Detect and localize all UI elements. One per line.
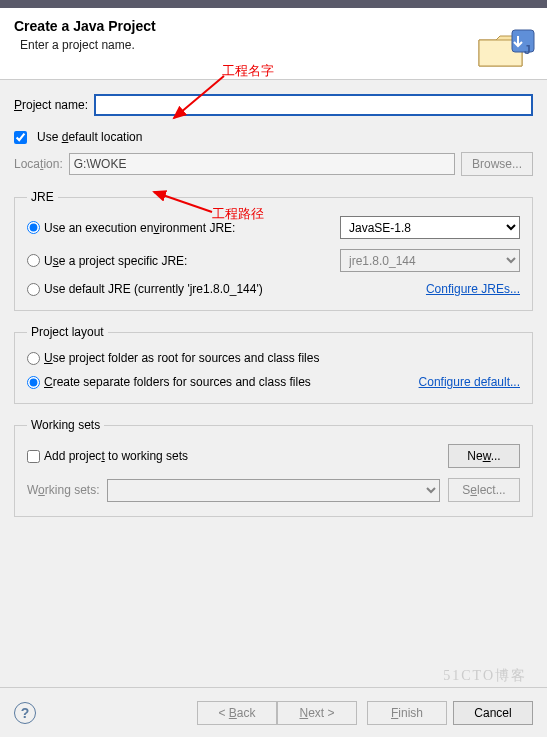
select-working-set-button: Select... xyxy=(448,478,520,502)
jre-project-specific-label: Use a project specific JRE: xyxy=(44,254,187,268)
dialog-subtitle: Enter a project name. xyxy=(20,38,533,52)
dialog-title: Create a Java Project xyxy=(14,18,533,34)
configure-jres-link[interactable]: Configure JREs... xyxy=(426,282,520,296)
layout-root-label: Use project folder as root for sources a… xyxy=(44,351,319,365)
cancel-button[interactable]: Cancel xyxy=(453,701,533,725)
jre-exec-env-radio[interactable] xyxy=(27,221,40,234)
location-label: Location: xyxy=(14,157,63,171)
use-default-location-label: Use default location xyxy=(37,130,142,144)
add-to-working-sets-label: Add project to working sets xyxy=(44,449,188,463)
jre-exec-env-select[interactable]: JavaSE-1.8 xyxy=(340,216,520,239)
use-default-location-checkbox[interactable] xyxy=(14,131,27,144)
working-sets-legend: Working sets xyxy=(27,418,104,432)
dialog-footer: ? < Back Next > Finish Cancel xyxy=(0,687,547,737)
project-name-input[interactable] xyxy=(94,94,533,116)
jre-fieldset: JRE Use an execution environment JRE: Ja… xyxy=(14,190,533,311)
window-titlebar xyxy=(0,0,547,8)
dialog-header: Create a Java Project Enter a project na… xyxy=(0,8,547,80)
jre-legend: JRE xyxy=(27,190,58,204)
svg-rect-0 xyxy=(512,30,534,52)
jre-exec-env-label: Use an execution environment JRE: xyxy=(44,221,235,235)
add-to-working-sets-checkbox[interactable] xyxy=(27,450,40,463)
project-layout-legend: Project layout xyxy=(27,325,108,339)
new-working-set-button[interactable]: New... xyxy=(448,444,520,468)
folder-wizard-icon: J xyxy=(474,22,539,74)
next-button: Next > xyxy=(277,701,357,725)
watermark: 51CTO博客 xyxy=(443,667,527,685)
configure-default-link[interactable]: Configure default... xyxy=(419,375,520,389)
project-layout-fieldset: Project layout Use project folder as roo… xyxy=(14,325,533,404)
layout-root-radio[interactable] xyxy=(27,352,40,365)
browse-button: Browse... xyxy=(461,152,533,176)
jre-project-specific-select: jre1.8.0_144 xyxy=(340,249,520,272)
working-sets-select xyxy=(107,479,440,502)
layout-separate-label: Create separate folders for sources and … xyxy=(44,375,311,389)
working-sets-label: Working sets: xyxy=(27,483,99,497)
project-name-label: Project name: xyxy=(14,98,88,112)
jre-default-radio[interactable] xyxy=(27,283,40,296)
svg-text:J: J xyxy=(524,43,531,57)
layout-separate-radio[interactable] xyxy=(27,376,40,389)
finish-button: Finish xyxy=(367,701,447,725)
location-input xyxy=(69,153,455,175)
back-button: < Back xyxy=(197,701,277,725)
help-icon[interactable]: ? xyxy=(14,702,36,724)
jre-project-specific-radio[interactable] xyxy=(27,254,40,267)
working-sets-fieldset: Working sets Add project to working sets… xyxy=(14,418,533,517)
jre-default-label: Use default JRE (currently 'jre1.8.0_144… xyxy=(44,282,263,296)
